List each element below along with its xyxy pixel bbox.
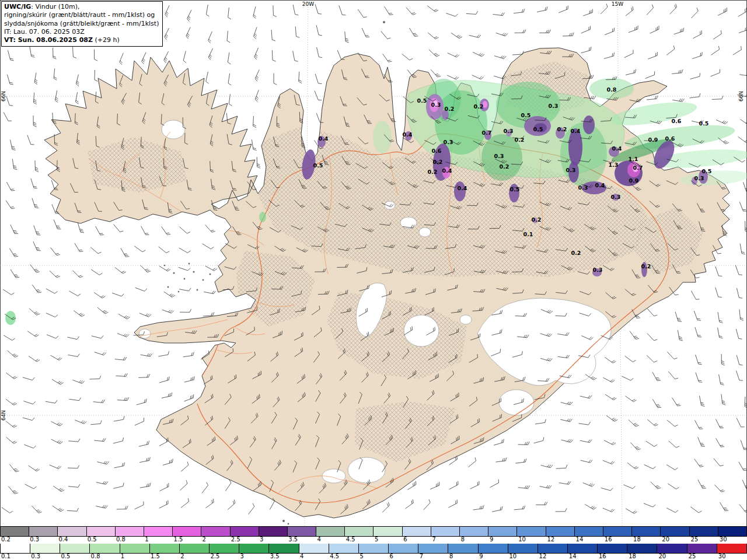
coordinate-label: 66N [738, 91, 744, 102]
legend-swatch [116, 527, 144, 536]
legend-tick-label: 8 [448, 553, 453, 559]
precip-value-label: 0.3 [694, 175, 704, 181]
legend-tick-label: 12 [538, 553, 547, 559]
legend-tick-label: 9 [488, 536, 493, 542]
precip-value-label: 0.2 [515, 136, 525, 143]
legend-tick-label: 25 [690, 536, 699, 542]
legend-tick-label: 5 [358, 553, 363, 559]
legend-swatch [598, 544, 627, 553]
colorbar-sleet-snow-swatches [0, 527, 747, 537]
legend-tick-label: 30 [717, 553, 726, 559]
legend-tick-label: 4.5 [345, 536, 355, 542]
precip-value-label: 0.3 [593, 267, 603, 273]
legend-tick-label: 0.5 [86, 536, 97, 542]
legend-tick-label: 2 [201, 536, 206, 542]
precip-value-label: 0.3 [494, 153, 504, 159]
precip-value-label: 0.4 [442, 167, 452, 174]
legend-tick-label: 18 [627, 553, 636, 559]
precip-value-label: 0.9 [648, 136, 658, 143]
legend-swatch [180, 544, 210, 553]
legend-tick-label: 2.5 [230, 536, 240, 542]
precip-value-label: 0.3 [549, 103, 558, 109]
legend-tick-label: 2 [179, 553, 184, 559]
colorbar-rain-labels: 0.10.30.50.811.522.533.544.5567891012141… [0, 554, 747, 560]
legend-tick-label: 3 [259, 536, 263, 542]
legend-tick-label: 8 [460, 536, 465, 542]
legend-swatch [316, 527, 345, 536]
precip-value-label: 0.4 [458, 185, 467, 191]
legend-tick-label: 5 [374, 536, 378, 542]
legend-swatch [231, 527, 259, 536]
legend-swatch [448, 544, 478, 553]
precip-value-label: 0.2 [500, 163, 509, 170]
legend-tick-label: 3.5 [269, 553, 280, 559]
coordinate-label: 64N [1, 410, 6, 421]
legend-swatch [546, 527, 575, 536]
legend-tick-label: 0.5 [60, 553, 70, 559]
valid-time-line: VT: Sun. 08.06.2025 08Z (+29 h) [4, 36, 159, 44]
legend-swatch [269, 544, 299, 553]
legend-swatch [687, 544, 717, 553]
legend-tick-label: 20 [661, 536, 669, 542]
precip-value-label: 0.2 [557, 126, 567, 132]
precip-value-label: 0.3 [431, 102, 441, 108]
precip-value-label: 1.1 [629, 156, 638, 162]
legend-swatch [418, 544, 448, 553]
precip-value-label: 1.3 [609, 162, 619, 168]
init-time: IT: Lau. 07. 06. 2025 03Z [4, 28, 159, 36]
legend-tick-label: 2.5 [209, 553, 219, 559]
precip-value-label: 0.3 [504, 128, 514, 134]
legend-swatch [403, 527, 431, 536]
legend-swatch [359, 544, 389, 553]
legend-swatch [661, 527, 689, 536]
legend-tick-label: 16 [603, 536, 612, 542]
precip-value-label: 0.5 [702, 168, 712, 174]
legend-tick-label: 0.4 [57, 536, 68, 542]
legend-tick-label: 25 [687, 553, 696, 559]
precip-value-label: 0.5 [510, 186, 520, 192]
precip-value-label: 0.4 [571, 128, 581, 134]
legend-tick-label: 0.3 [29, 536, 39, 542]
legend-swatch [29, 527, 58, 536]
valid-time-offset: (+29 h) [93, 36, 120, 44]
legend-swatch [717, 544, 747, 553]
colorbar-sleet-snow-labels: 0.20.30.40.50.811.522.533.544.5567891012… [0, 537, 747, 544]
legend-tick-label: 14 [575, 536, 584, 542]
legend-tick-label: 30 [718, 536, 727, 542]
legend-swatch [30, 544, 60, 553]
legend-swatch [538, 544, 568, 553]
glacier-myrdalsjokull [348, 457, 385, 483]
legend-tick-label: 3 [239, 553, 244, 559]
legend-tick-label: 0.8 [115, 536, 125, 542]
legend-tick-label: 4.5 [329, 553, 339, 559]
legend-swatch [259, 527, 288, 536]
legend-tick-label: 4 [299, 553, 303, 559]
valid-time: VT: Sun. 08.06.2025 08Z [4, 36, 93, 44]
legend-swatch [568, 544, 598, 553]
legend-swatch [575, 527, 603, 536]
legend-tick-label: 7 [418, 553, 423, 559]
precip-value-label: 0.3 [611, 194, 621, 200]
legend-tick-label: 10 [517, 536, 526, 542]
legend-swatch [389, 544, 418, 553]
legend-swatch [58, 527, 86, 536]
title-line-3: slydda/snjókoma (grátt/bleikt/grænt - mm… [4, 20, 159, 28]
legend-swatch [299, 544, 329, 553]
legend-tick-label: 1 [144, 536, 148, 542]
legend-tick-label: 3.5 [287, 536, 298, 542]
precip-value-label: 0.9 [629, 177, 639, 184]
legend-swatch [508, 544, 538, 553]
coordinate-label: 66N [1, 91, 6, 102]
glacier-drangajokull [162, 120, 185, 139]
legend-tick-label: 9 [478, 553, 483, 559]
legend-tick-label: 14 [568, 553, 577, 559]
legend-tick-label: 1.5 [172, 536, 183, 542]
colorbar-rain: 0.10.30.50.811.522.533.544.5567891012141… [0, 544, 747, 560]
legend-tick-label: 18 [632, 536, 641, 542]
precip-value-label: 0.2 [571, 250, 581, 256]
legend-swatch [173, 527, 201, 536]
legend-swatch [374, 527, 402, 536]
legend-swatch [657, 544, 687, 553]
coordinate-label: 15W [612, 1, 623, 7]
precip-value-label: 0.2 [433, 159, 443, 165]
